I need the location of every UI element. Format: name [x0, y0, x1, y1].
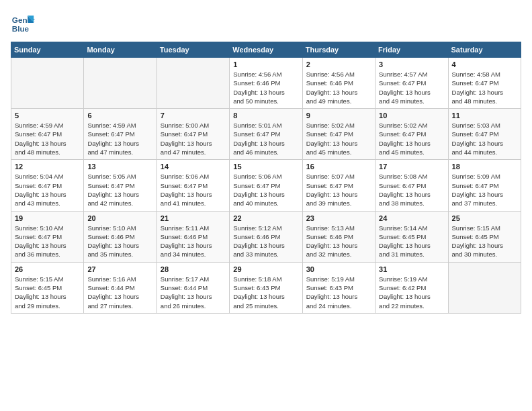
- calendar-cell: 7Sunrise: 5:00 AMSunset: 6:47 PMDaylight…: [157, 109, 229, 160]
- day-number: 8: [233, 111, 298, 120]
- day-number: 4: [452, 60, 517, 68]
- day-number: 23: [306, 214, 371, 222]
- day-info: Sunrise: 5:18 AMSunset: 6:43 PMDaylight:…: [233, 275, 298, 310]
- day-number: 12: [15, 163, 80, 171]
- day-info: Sunrise: 5:10 AMSunset: 6:46 PMDaylight:…: [87, 224, 152, 259]
- calendar-cell: 25Sunrise: 5:15 AMSunset: 6:45 PMDayligh…: [448, 211, 521, 262]
- calendar-cell: 2Sunrise: 4:56 AMSunset: 6:46 PMDaylight…: [302, 58, 375, 109]
- calendar-cell: 17Sunrise: 5:08 AMSunset: 6:47 PMDayligh…: [375, 160, 448, 211]
- calendar-cell: 18Sunrise: 5:09 AMSunset: 6:47 PMDayligh…: [448, 160, 521, 211]
- day-info: Sunrise: 5:19 AMSunset: 6:42 PMDaylight:…: [379, 275, 444, 310]
- day-number: 22: [233, 214, 298, 222]
- day-number: 13: [87, 163, 152, 171]
- day-number: 3: [379, 60, 444, 68]
- calendar-week-4: 19Sunrise: 5:10 AMSunset: 6:47 PMDayligh…: [11, 211, 521, 262]
- calendar-week-1: 1Sunrise: 4:56 AMSunset: 6:46 PMDaylight…: [11, 58, 521, 109]
- day-info: Sunrise: 5:08 AMSunset: 6:47 PMDaylight:…: [379, 172, 444, 208]
- day-number: 15: [233, 163, 298, 171]
- page-header: General Blue: [11, 11, 521, 35]
- day-number: 1: [233, 60, 298, 68]
- day-info: Sunrise: 5:15 AMSunset: 6:45 PMDaylight:…: [452, 224, 517, 259]
- calendar-cell: 31Sunrise: 5:19 AMSunset: 6:42 PMDayligh…: [375, 262, 448, 313]
- day-number: 2: [306, 60, 371, 68]
- day-info: Sunrise: 5:04 AMSunset: 6:47 PMDaylight:…: [15, 172, 80, 208]
- day-number: 26: [15, 265, 80, 273]
- day-number: 5: [15, 111, 80, 120]
- day-info: Sunrise: 5:14 AMSunset: 6:45 PMDaylight:…: [379, 224, 444, 259]
- calendar-cell: 9Sunrise: 5:02 AMSunset: 6:47 PMDaylight…: [302, 109, 375, 160]
- calendar-table: SundayMondayTuesdayWednesdayThursdayFrid…: [11, 42, 521, 314]
- day-number: 17: [379, 163, 444, 171]
- calendar-cell: 15Sunrise: 5:06 AMSunset: 6:47 PMDayligh…: [230, 160, 302, 211]
- calendar-cell: [157, 58, 229, 109]
- calendar-cell: 20Sunrise: 5:10 AMSunset: 6:46 PMDayligh…: [84, 211, 157, 262]
- calendar-cell: 3Sunrise: 4:57 AMSunset: 6:47 PMDaylight…: [375, 58, 448, 109]
- day-info: Sunrise: 5:03 AMSunset: 6:47 PMDaylight:…: [452, 121, 517, 156]
- logo: General Blue: [11, 11, 38, 35]
- calendar-cell: 30Sunrise: 5:19 AMSunset: 6:43 PMDayligh…: [302, 262, 375, 313]
- calendar-cell: 29Sunrise: 5:18 AMSunset: 6:43 PMDayligh…: [230, 262, 302, 313]
- calendar-cell: 12Sunrise: 5:04 AMSunset: 6:47 PMDayligh…: [11, 160, 84, 211]
- day-info: Sunrise: 5:06 AMSunset: 6:47 PMDaylight:…: [233, 172, 298, 208]
- day-info: Sunrise: 5:07 AMSunset: 6:47 PMDaylight:…: [306, 172, 371, 208]
- day-number: 30: [306, 265, 371, 273]
- calendar-cell: 24Sunrise: 5:14 AMSunset: 6:45 PMDayligh…: [375, 211, 448, 262]
- calendar-cell: 19Sunrise: 5:10 AMSunset: 6:47 PMDayligh…: [11, 211, 84, 262]
- day-number: 14: [161, 163, 226, 171]
- calendar-week-3: 12Sunrise: 5:04 AMSunset: 6:47 PMDayligh…: [11, 160, 521, 211]
- day-number: 18: [452, 163, 517, 171]
- calendar-week-2: 5Sunrise: 4:59 AMSunset: 6:47 PMDaylight…: [11, 109, 521, 160]
- day-info: Sunrise: 5:11 AMSunset: 6:46 PMDaylight:…: [161, 224, 226, 259]
- calendar-cell: 28Sunrise: 5:17 AMSunset: 6:44 PMDayligh…: [157, 262, 229, 313]
- day-info: Sunrise: 5:10 AMSunset: 6:47 PMDaylight:…: [15, 224, 80, 259]
- calendar-cell: [448, 262, 521, 313]
- column-header-monday: Monday: [84, 42, 157, 58]
- day-info: Sunrise: 5:16 AMSunset: 6:44 PMDaylight:…: [87, 275, 152, 310]
- calendar-cell: 27Sunrise: 5:16 AMSunset: 6:44 PMDayligh…: [84, 262, 157, 313]
- day-info: Sunrise: 5:01 AMSunset: 6:47 PMDaylight:…: [233, 121, 298, 156]
- day-info: Sunrise: 5:02 AMSunset: 6:47 PMDaylight:…: [306, 121, 371, 156]
- day-info: Sunrise: 5:09 AMSunset: 6:47 PMDaylight:…: [452, 172, 517, 208]
- calendar-cell: 6Sunrise: 4:59 AMSunset: 6:47 PMDaylight…: [84, 109, 157, 160]
- day-info: Sunrise: 5:15 AMSunset: 6:45 PMDaylight:…: [15, 275, 80, 310]
- day-number: 28: [161, 265, 226, 273]
- calendar-cell: 23Sunrise: 5:13 AMSunset: 6:46 PMDayligh…: [302, 211, 375, 262]
- calendar-cell: 11Sunrise: 5:03 AMSunset: 6:47 PMDayligh…: [448, 109, 521, 160]
- day-info: Sunrise: 5:12 AMSunset: 6:46 PMDaylight:…: [233, 224, 298, 259]
- day-info: Sunrise: 5:02 AMSunset: 6:47 PMDaylight:…: [379, 121, 444, 156]
- calendar-header-row: SundayMondayTuesdayWednesdayThursdayFrid…: [11, 42, 521, 58]
- day-number: 31: [379, 265, 444, 273]
- day-info: Sunrise: 4:59 AMSunset: 6:47 PMDaylight:…: [15, 121, 80, 156]
- day-info: Sunrise: 4:58 AMSunset: 6:47 PMDaylight:…: [452, 70, 517, 105]
- day-number: 6: [87, 111, 152, 120]
- calendar-cell: [84, 58, 157, 109]
- calendar-cell: 14Sunrise: 5:06 AMSunset: 6:47 PMDayligh…: [157, 160, 229, 211]
- day-number: 27: [87, 265, 152, 273]
- column-header-sunday: Sunday: [11, 42, 84, 58]
- day-number: 25: [452, 214, 517, 222]
- day-info: Sunrise: 4:56 AMSunset: 6:46 PMDaylight:…: [233, 70, 298, 105]
- calendar-cell: 16Sunrise: 5:07 AMSunset: 6:47 PMDayligh…: [302, 160, 375, 211]
- day-info: Sunrise: 5:13 AMSunset: 6:46 PMDaylight:…: [306, 224, 371, 259]
- calendar-cell: 13Sunrise: 5:05 AMSunset: 6:47 PMDayligh…: [84, 160, 157, 211]
- day-number: 10: [379, 111, 444, 120]
- calendar-cell: 4Sunrise: 4:58 AMSunset: 6:47 PMDaylight…: [448, 58, 521, 109]
- calendar-cell: 26Sunrise: 5:15 AMSunset: 6:45 PMDayligh…: [11, 262, 84, 313]
- day-info: Sunrise: 5:05 AMSunset: 6:47 PMDaylight:…: [87, 172, 152, 208]
- day-info: Sunrise: 5:19 AMSunset: 6:43 PMDaylight:…: [306, 275, 371, 310]
- calendar-cell: 8Sunrise: 5:01 AMSunset: 6:47 PMDaylight…: [230, 109, 302, 160]
- day-number: 29: [233, 265, 298, 273]
- day-info: Sunrise: 4:56 AMSunset: 6:46 PMDaylight:…: [306, 70, 371, 105]
- calendar-week-5: 26Sunrise: 5:15 AMSunset: 6:45 PMDayligh…: [11, 262, 521, 313]
- day-info: Sunrise: 4:57 AMSunset: 6:47 PMDaylight:…: [379, 70, 444, 105]
- day-info: Sunrise: 5:17 AMSunset: 6:44 PMDaylight:…: [161, 275, 226, 310]
- day-info: Sunrise: 5:06 AMSunset: 6:47 PMDaylight:…: [161, 172, 226, 208]
- day-info: Sunrise: 5:00 AMSunset: 6:47 PMDaylight:…: [161, 121, 226, 156]
- logo-icon: General Blue: [11, 11, 35, 35]
- day-number: 9: [306, 111, 371, 120]
- calendar-cell: 1Sunrise: 4:56 AMSunset: 6:46 PMDaylight…: [230, 58, 302, 109]
- calendar-cell: 10Sunrise: 5:02 AMSunset: 6:47 PMDayligh…: [375, 109, 448, 160]
- day-number: 21: [161, 214, 226, 222]
- day-number: 11: [452, 111, 517, 120]
- calendar-cell: 22Sunrise: 5:12 AMSunset: 6:46 PMDayligh…: [230, 211, 302, 262]
